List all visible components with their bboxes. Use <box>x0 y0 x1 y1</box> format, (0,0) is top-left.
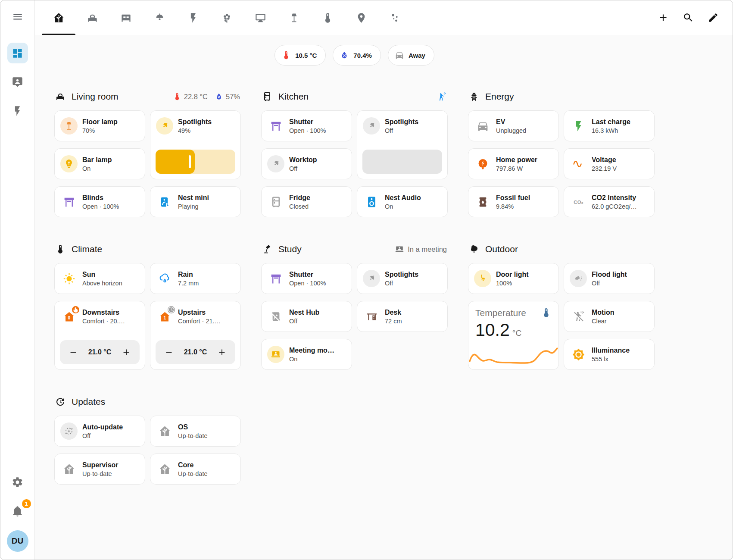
sidebar-item-energy-panel[interactable] <box>7 100 28 121</box>
card-spotlights[interactable]: Spotlights 49% <box>150 110 241 179</box>
ceiling-light-icon[interactable] <box>363 117 380 135</box>
notifications-button[interactable]: 1 <box>7 501 28 522</box>
car-icon[interactable] <box>474 117 491 135</box>
power-plug-circle-icon[interactable] <box>474 155 491 172</box>
card-voltage[interactable]: Voltage 232.19 V <box>564 148 655 179</box>
card-door-light[interactable]: Door light 100% <box>468 263 559 294</box>
plus-button[interactable] <box>215 346 228 359</box>
tab-flash[interactable] <box>176 0 210 35</box>
tab-thermometer[interactable] <box>311 0 344 35</box>
motion-sensor-icon[interactable] <box>437 92 447 102</box>
card-temperature[interactable]: Temperature 10.2 °C <box>468 301 559 370</box>
home-assistant-icon[interactable] <box>156 460 173 478</box>
avatar[interactable]: DU <box>7 530 28 552</box>
fridge-icon[interactable] <box>267 193 284 210</box>
brightness-7-icon[interactable] <box>570 346 587 363</box>
card-bar-lamp[interactable]: Bar lamp On <box>54 148 145 179</box>
sidebar-item-profile-panel[interactable] <box>7 72 28 92</box>
card-auto-update[interactable]: Auto-update Off <box>54 416 145 447</box>
card-motion[interactable]: Motion Clear <box>564 301 655 332</box>
card-ev[interactable]: EV Unplugged <box>468 110 559 141</box>
card-spotlights[interactable]: Spotlights Off <box>357 110 448 179</box>
header-stat[interactable]: 57% <box>215 92 240 101</box>
weather-rainy-icon[interactable] <box>156 270 173 287</box>
card-worktop[interactable]: Worktop Off <box>261 148 352 179</box>
header-stat[interactable]: 22.8 °C <box>173 92 208 101</box>
tab-floor-lamp[interactable] <box>277 0 311 35</box>
home-floor-0-icon[interactable]: 0 <box>60 308 78 325</box>
tab-dots[interactable] <box>378 0 412 35</box>
card-floor-lamp[interactable]: Floor lamp 70% <box>54 110 145 141</box>
tab-home-assistant[interactable] <box>42 0 75 35</box>
card-flood-light[interactable]: Flood light Off <box>564 263 655 294</box>
header-status[interactable]: In a meeting <box>395 244 447 254</box>
ceiling-light-icon[interactable] <box>156 117 173 135</box>
home-floor-1-icon[interactable]: 1 <box>156 308 173 325</box>
card-nest-audio[interactable]: Nest Audio On <box>357 186 448 217</box>
barrel-icon[interactable] <box>474 193 491 210</box>
card-blinds[interactable]: Blinds Open · 100% <box>54 186 145 217</box>
card-sun[interactable]: Sun Above horizon <box>54 263 145 294</box>
menu-button[interactable] <box>0 0 34 35</box>
sine-wave-icon[interactable] <box>570 155 587 172</box>
flood-light-icon[interactable] <box>570 270 587 287</box>
card-shutter[interactable]: Shutter Open · 100% <box>261 263 352 294</box>
motion-off-icon[interactable] <box>570 308 587 325</box>
tab-bed[interactable] <box>109 0 143 35</box>
speaker-icon[interactable] <box>363 193 380 210</box>
flash-icon[interactable] <box>570 117 587 135</box>
window-shutter-icon[interactable] <box>60 193 78 210</box>
search-button[interactable] <box>678 8 698 28</box>
sidebar-item-dashboards[interactable] <box>7 43 28 63</box>
card-os[interactable]: OS Up-to-date <box>150 416 241 447</box>
laptop-account-icon[interactable] <box>267 346 284 363</box>
minus-button[interactable] <box>162 346 175 359</box>
card-rain[interactable]: Rain 7.2 mm <box>150 263 241 294</box>
card-supervisor[interactable]: Supervisor Up-to-date <box>54 454 145 485</box>
card-illuminance[interactable]: Illuminance 555 lx <box>564 339 655 370</box>
plus-button[interactable] <box>120 346 133 359</box>
card-desk[interactable]: Desk 72 cm <box>357 301 448 332</box>
ceiling-light-icon[interactable] <box>267 155 284 172</box>
settings-button[interactable] <box>7 472 28 493</box>
card-spotlights[interactable]: Spotlights Off <box>357 263 448 294</box>
chip-away[interactable]: Away <box>388 45 434 66</box>
card-nest-hub[interactable]: Nest Hub Off <box>261 301 352 332</box>
co2-icon[interactable]: CO₂ <box>570 193 587 210</box>
card-nest-mini[interactable]: Nest mini Playing <box>150 186 241 217</box>
brightness-slider[interactable] <box>156 150 235 174</box>
minus-button[interactable] <box>67 346 80 359</box>
lightbulb-icon[interactable] <box>60 155 78 172</box>
desk-icon[interactable] <box>363 308 380 325</box>
tab-map-marker[interactable] <box>344 0 378 35</box>
card-meeting-mo[interactable]: Meeting mo… On <box>261 339 352 370</box>
home-assistant-icon[interactable] <box>60 460 78 478</box>
cast-audio-icon[interactable] <box>156 193 173 210</box>
card-core[interactable]: Core Up-to-date <box>150 454 241 485</box>
edit-button[interactable] <box>703 8 723 28</box>
brightness-slider[interactable] <box>362 150 442 174</box>
card-downstairs[interactable]: 0 Downstairs Comfort · 20.… 21.0 °C <box>54 301 145 370</box>
wall-sconce-icon[interactable] <box>474 270 491 287</box>
card-shutter[interactable]: Shutter Open · 100% <box>261 110 352 141</box>
ceiling-light-icon[interactable] <box>363 270 380 287</box>
card-home-power[interactable]: Home power 797.86 W <box>468 148 559 179</box>
card-co2-intensity[interactable]: CO₂ CO2 Intensity 62.0 gCO2eq/… <box>564 186 655 217</box>
cast-off-icon[interactable] <box>267 308 284 325</box>
home-assistant-icon[interactable] <box>156 422 173 440</box>
tab-flower[interactable] <box>210 0 243 35</box>
tab-sofa[interactable] <box>75 0 109 35</box>
chip-70-4[interactable]: 70.4% <box>333 45 381 66</box>
autorenew-icon[interactable] <box>60 422 78 440</box>
tab-ceiling-lamp[interactable] <box>143 0 176 35</box>
window-shutter-icon[interactable] <box>267 117 284 135</box>
card-last-charge[interactable]: Last charge 16.3 kWh <box>564 110 655 141</box>
add-button[interactable] <box>653 8 673 28</box>
sun-icon[interactable] <box>60 270 78 287</box>
chip-10-5-c[interactable]: 10.5 °C <box>274 45 326 66</box>
card-fossil-fuel[interactable]: Fossil fuel 9.84% <box>468 186 559 217</box>
card-upstairs[interactable]: 1 Upstairs Comfort · 21.… 21.0 °C <box>150 301 241 370</box>
floor-lamp-icon[interactable] <box>60 117 78 135</box>
window-shutter-icon[interactable] <box>267 270 284 287</box>
tab-monitor[interactable] <box>243 0 277 35</box>
